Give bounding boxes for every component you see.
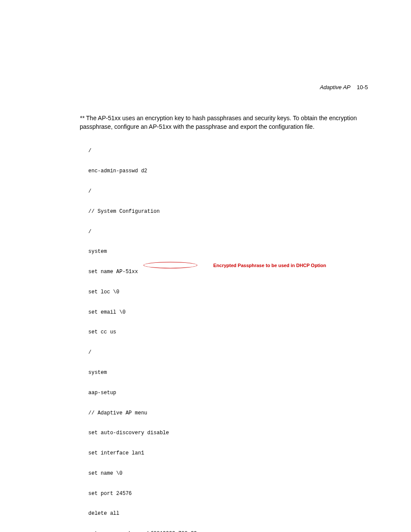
- page-number: 10-5: [357, 84, 368, 90]
- code-line: set loc \0: [88, 289, 368, 296]
- code-line: aap-setup: [88, 390, 368, 397]
- code-line: /: [88, 349, 368, 356]
- intro-stars: **: [80, 115, 86, 121]
- code-line: set name \0: [88, 470, 368, 477]
- code-line: system: [88, 249, 368, 255]
- config-code-figure: / enc-admin-passwd d2 / // System Config…: [88, 134, 368, 532]
- page-content: ** The AP-51xx uses an encryption key to…: [80, 114, 368, 532]
- code-line: /: [88, 188, 368, 195]
- highlight-ellipse: [143, 262, 197, 268]
- code-line: // System Configuration: [88, 208, 368, 215]
- code-line: // Adaptive AP menu: [88, 410, 368, 417]
- code-line: set port 24576: [88, 491, 368, 498]
- code-line: delete all: [88, 510, 368, 517]
- code-line: set name AP-51xx: [88, 269, 368, 276]
- code-line: set interface lan1: [88, 450, 368, 457]
- intro-text: The AP-51xx uses an encryption key to ha…: [80, 115, 357, 130]
- code-line: set auto-discovery disable: [88, 430, 368, 437]
- code-line: set email \0: [88, 309, 368, 316]
- intro-paragraph: ** The AP-51xx uses an encryption key to…: [80, 114, 368, 131]
- callout-text: Encrypted Passphrase to be used in DHCP …: [213, 262, 326, 268]
- code-line: system: [88, 370, 368, 376]
- code-line: enc-admin-passwd d2: [88, 168, 368, 175]
- header-title: Adaptive AP: [320, 84, 350, 90]
- code-line: set cc us: [88, 329, 368, 336]
- code-line: /: [88, 148, 368, 155]
- code-line: /: [88, 229, 368, 236]
- page-header: Adaptive AP 10-5: [320, 84, 368, 90]
